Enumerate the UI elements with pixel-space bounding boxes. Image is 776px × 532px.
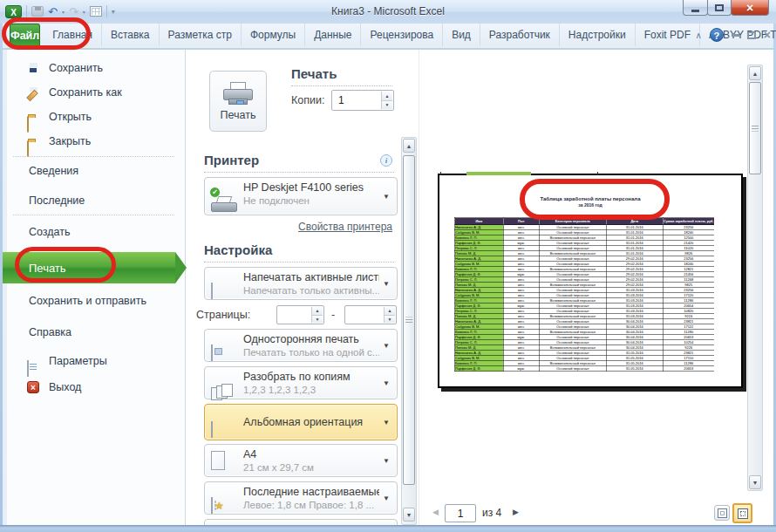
duplex-dropdown[interactable]: Односторонняя печать Печатать только на … xyxy=(204,329,398,362)
pages-label: Страницы: xyxy=(196,309,250,321)
ribbon-tab-8[interactable]: Разработчик xyxy=(480,24,560,46)
sidebar-item-options[interactable]: Параметры xyxy=(3,350,185,372)
print-section-title: Печать xyxy=(291,66,337,81)
orientation-dropdown[interactable]: Альбомная ориентация ▼ xyxy=(204,404,398,440)
ribbon-tab-3[interactable]: Разметка стр xyxy=(160,24,242,46)
title-bar: X ↶▾ ↷▾ ▾ Книга3 - Microsoft Excel × xyxy=(0,0,776,24)
page-count-label: из 4 xyxy=(482,507,501,519)
workbook-close-icon[interactable]: × xyxy=(764,30,771,40)
sidebar-item-open[interactable]: Открыть xyxy=(3,106,185,128)
table-row: Парфенов Д. Ф.муж.Основной персонал31.05… xyxy=(454,366,714,372)
maximize-button[interactable] xyxy=(707,0,732,16)
window-title: Книга3 - Microsoft Excel xyxy=(0,5,776,17)
sidebar-item-close[interactable]: Закрыть xyxy=(3,130,185,153)
print-what-dropdown[interactable]: Напечатать активные листы Напечатать тол… xyxy=(204,267,398,300)
settings-section-title: Настройка xyxy=(204,242,272,257)
annotation-ellipse-print-item xyxy=(15,247,116,283)
ribbon-tab-10[interactable]: Foxit PDF xyxy=(636,24,700,46)
printer-section-title: Принтер xyxy=(204,153,259,167)
close-folder-icon xyxy=(27,140,29,157)
ribbon-tab-5[interactable]: Данные xyxy=(305,24,361,46)
spin-up-icon[interactable]: ▲ xyxy=(384,307,395,315)
preview-scrollbar[interactable]: ▲ ▼ xyxy=(747,65,763,491)
printer-properties-link[interactable]: Свойства принтера xyxy=(298,221,392,233)
backstage-view: Сохранить Сохранить как Открыть Закрыть … xyxy=(3,50,773,525)
divider xyxy=(291,85,392,86)
scrollbar-thumb[interactable] xyxy=(749,82,761,174)
ribbon-tabs: ГлавнаяВставкаРазметка стрФормулыДанныеР… xyxy=(44,24,776,46)
zoom-to-page-icon xyxy=(738,508,748,519)
chevron-down-icon: ▼ xyxy=(383,457,390,465)
pages-from-stepper[interactable]: ▲▼ xyxy=(276,305,324,324)
paper-size-dropdown[interactable]: A4 21 см x 29,7 см ▼ xyxy=(204,444,398,477)
annotation-ellipse-file-tab xyxy=(2,17,91,50)
printer-status-check-icon: ✔ xyxy=(209,187,221,198)
scroll-up-icon[interactable]: ▲ xyxy=(403,139,415,153)
sidebar-item-save-as[interactable]: Сохранить как xyxy=(3,81,185,104)
workbook-minimize-icon[interactable] xyxy=(732,34,739,37)
active-sheets-icon xyxy=(211,283,213,299)
spin-up-icon[interactable]: ▲ xyxy=(381,92,392,100)
chevron-down-icon: ▼ xyxy=(383,280,390,288)
sidebar-item-exit[interactable]: × Выход xyxy=(3,376,185,399)
sidebar-item-save[interactable]: Сохранить xyxy=(3,57,185,79)
options-icon xyxy=(27,360,29,377)
collation-dropdown[interactable]: Разобрать по копиям 1,2,3 1,2,3 1,2,3 ▼ xyxy=(204,366,398,399)
excel-window: { "window": { "title": "Книга3 - Microso… xyxy=(0,0,776,532)
minimize-icon xyxy=(691,10,699,12)
zoom-to-page-button[interactable] xyxy=(732,503,752,523)
spin-up-icon[interactable]: ▲ xyxy=(311,307,323,315)
spin-down-icon[interactable]: ▼ xyxy=(381,100,392,110)
ribbon-tab-7[interactable]: Вид xyxy=(443,24,480,46)
ribbon-tab-2[interactable]: Вставка xyxy=(102,24,160,46)
pages-to-stepper[interactable]: ▲▼ xyxy=(344,305,397,324)
minimize-button[interactable] xyxy=(683,0,708,16)
window-bottom-frame xyxy=(0,525,776,532)
chevron-down-icon: ▼ xyxy=(383,342,390,350)
exit-icon: × xyxy=(27,381,39,393)
ribbon-tab-9[interactable]: Надстройки xyxy=(560,24,636,46)
workbook-restore-icon[interactable] xyxy=(747,31,756,39)
settings-scrollbar[interactable]: ▲ ▼ xyxy=(401,137,417,525)
preview-table: ИмяПолКатегория персоналаДатаСумма зараб… xyxy=(454,217,714,372)
preview-page-top-strip xyxy=(466,172,531,175)
scrollbar-thumb[interactable] xyxy=(403,155,415,485)
sidebar-item-new[interactable]: Создать xyxy=(3,221,185,243)
margins-dropdown[interactable]: ★ Последние настраиваемые ... Левое: 1,8… xyxy=(204,481,398,515)
sidebar-item-help[interactable]: Справка xyxy=(3,321,185,344)
scroll-down-icon[interactable]: ▼ xyxy=(403,508,415,522)
previous-page-icon[interactable]: ◀ xyxy=(432,508,439,516)
spin-down-icon[interactable]: ▼ xyxy=(311,315,323,324)
sidebar-item-save-and-send[interactable]: Сохранить и отправить xyxy=(3,290,185,312)
print-settings-panel: Печать Печать Копии: 1 ▲▼ Принтер i ✔ HP… xyxy=(187,50,401,525)
copies-stepper[interactable]: 1 ▲▼ xyxy=(331,90,394,111)
ribbon-tab-6[interactable]: Рецензирова xyxy=(361,24,443,46)
printer-select-dropdown[interactable]: ✔ HP Deskjet F4100 series Не подключен ▼ xyxy=(204,177,398,215)
chevron-down-icon: ▼ xyxy=(383,494,390,502)
current-page-input[interactable]: 1 xyxy=(445,504,476,522)
pages-dash: - xyxy=(331,309,335,321)
scroll-down-icon[interactable]: ▼ xyxy=(749,475,761,489)
close-button[interactable]: × xyxy=(731,0,769,16)
backstage-sidebar: Сохранить Сохранить как Открыть Закрыть … xyxy=(3,50,186,525)
divider xyxy=(204,172,394,173)
chevron-down-icon: ▼ xyxy=(383,193,390,201)
sidebar-item-info[interactable]: Сведения xyxy=(3,160,185,182)
next-page-icon[interactable]: ▶ xyxy=(513,508,519,516)
print-preview-area: Таблица заработной платы персонала за 20… xyxy=(419,50,773,525)
chevron-down-icon: ▼ xyxy=(383,379,390,387)
ribbon-tab-4[interactable]: Формулы xyxy=(242,24,305,46)
show-margins-button[interactable] xyxy=(714,505,730,521)
divider xyxy=(204,262,394,263)
sidebar-item-recent[interactable]: Последние xyxy=(3,189,185,212)
spin-down-icon[interactable]: ▼ xyxy=(384,315,395,324)
help-icon[interactable]: ? xyxy=(710,28,724,42)
landscape-orientation-icon xyxy=(211,421,213,438)
scroll-up-icon[interactable]: ▲ xyxy=(749,66,761,80)
margins-icon: ★ xyxy=(211,497,213,514)
info-icon[interactable]: i xyxy=(380,154,392,167)
print-button[interactable]: Печать xyxy=(209,71,267,132)
collapse-ribbon-icon[interactable]: ∧ xyxy=(695,31,701,40)
printer-name: HP Deskjet F4100 series xyxy=(243,181,379,194)
printer-icon xyxy=(223,82,253,105)
